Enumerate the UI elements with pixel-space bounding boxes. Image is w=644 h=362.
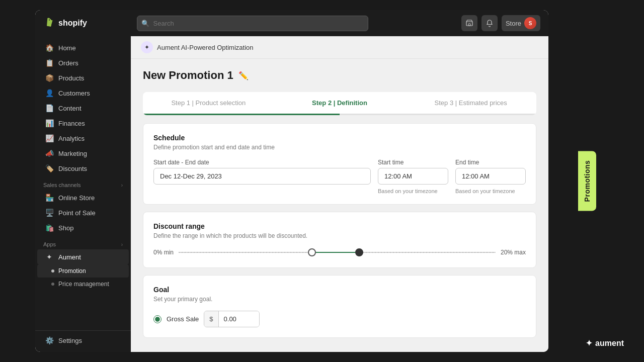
sidebar-item-online-store[interactable]: 🏪 Online Store bbox=[37, 190, 129, 205]
schedule-form-row: Start date - End date Start time Based o… bbox=[153, 159, 526, 194]
navbar-actions: Store S bbox=[461, 15, 540, 31]
app-header-icon: ✦ bbox=[141, 41, 153, 53]
promotions-tab[interactable]: Promotions bbox=[578, 151, 596, 211]
app-header-bar: ✦ Aument AI-Powered Optimization bbox=[131, 36, 548, 59]
sidebar-item-shop[interactable]: 🛍️ Shop bbox=[37, 220, 129, 235]
sidebar-sub-item-price-management[interactable]: Price management bbox=[37, 278, 129, 291]
steps-progress bbox=[143, 114, 536, 115]
goal-card-subtitle: Set your primary goal. bbox=[153, 296, 526, 303]
home-icon: 🏠 bbox=[45, 44, 53, 52]
step-3-label: Step 3 | Estimated prices bbox=[435, 99, 507, 107]
date-input[interactable] bbox=[153, 168, 371, 185]
sidebar-item-point-of-sale[interactable]: 🖥️ Point of Sale bbox=[37, 205, 129, 220]
sidebar-label-home: Home bbox=[58, 44, 76, 52]
aument-brand-label: aument bbox=[595, 339, 624, 348]
gross-sale-label: Gross Sale bbox=[167, 315, 199, 323]
slider-thumb-right[interactable] bbox=[355, 248, 363, 256]
start-time-group: Start time Based on your timezone bbox=[378, 159, 448, 194]
apps-title: Apps bbox=[43, 241, 56, 247]
discount-card-subtitle: Define the range in which the products w… bbox=[153, 232, 526, 239]
start-time-input[interactable] bbox=[378, 168, 448, 185]
date-label: Start date - End date bbox=[153, 159, 371, 166]
pos-icon: 🖥️ bbox=[45, 209, 53, 217]
sidebar-label-shop: Shop bbox=[58, 224, 73, 232]
range-min-label: 0% min bbox=[153, 249, 174, 256]
sidebar-sub-item-promotion[interactable]: Promotion bbox=[37, 264, 129, 278]
app-header-title: Aument AI-Powered Optimization bbox=[157, 44, 253, 51]
search-icon: 🔍 bbox=[141, 20, 149, 27]
sidebar-item-customers[interactable]: 👤 Customers bbox=[37, 85, 129, 101]
sidebar-item-content[interactable]: 📄 Content bbox=[37, 101, 129, 116]
aument-icon: ✦ bbox=[45, 253, 53, 261]
store-icon-btn[interactable] bbox=[461, 15, 477, 31]
sidebar-item-aument[interactable]: ✦ Aument bbox=[37, 249, 129, 264]
aument-star-icon: ✦ bbox=[586, 338, 592, 348]
sidebar-label-customers: Customers bbox=[58, 89, 90, 97]
sidebar-item-settings[interactable]: ⚙️ Settings bbox=[37, 333, 129, 348]
svg-rect-0 bbox=[47, 21, 51, 26]
slider-track bbox=[179, 252, 496, 253]
store-button[interactable]: Store S bbox=[502, 15, 540, 31]
sub-dot-price bbox=[51, 283, 54, 286]
sidebar: 🏠 Home 📋 Orders 📦 Products 👤 Customers 📄 bbox=[35, 36, 131, 352]
goal-input-prefix: $ bbox=[204, 311, 218, 327]
app-container: shopify 🔍 bbox=[35, 10, 548, 352]
search-input[interactable] bbox=[137, 16, 368, 31]
finances-icon: 📊 bbox=[45, 119, 53, 127]
sidebar-item-orders[interactable]: 📋 Orders bbox=[37, 55, 129, 70]
aument-brand: ✦ aument bbox=[586, 338, 624, 348]
discounts-icon: 🏷️ bbox=[45, 164, 53, 172]
products-icon: 📦 bbox=[45, 74, 53, 82]
sidebar-item-products[interactable]: 📦 Products bbox=[37, 70, 129, 85]
sidebar-sub-label-price: Price management bbox=[58, 281, 109, 288]
edit-title-icon[interactable]: ✏️ bbox=[238, 71, 249, 80]
sidebar-item-analytics[interactable]: 📈 Analytics bbox=[37, 131, 129, 146]
sidebar-item-home[interactable]: 🏠 Home bbox=[37, 40, 129, 55]
sidebar-label-discounts: Discounts bbox=[58, 165, 87, 172]
schedule-card-subtitle: Define promotion start and end date and … bbox=[153, 144, 526, 151]
main-layout: 🏠 Home 📋 Orders 📦 Products 👤 Customers 📄 bbox=[35, 36, 548, 352]
sub-dot-promotion bbox=[51, 269, 54, 273]
goal-radio-row: Gross Sale $ bbox=[153, 311, 526, 327]
sidebar-label-online-store: Online Store bbox=[58, 194, 95, 202]
schedule-card: Schedule Define promotion start and end … bbox=[143, 123, 536, 205]
discount-slider[interactable] bbox=[179, 247, 496, 257]
sidebar-item-finances[interactable]: 📊 Finances bbox=[37, 116, 129, 131]
analytics-icon: 📈 bbox=[45, 134, 53, 142]
end-time-label: End time bbox=[455, 159, 526, 166]
orders-icon: 📋 bbox=[45, 59, 53, 67]
step-1[interactable]: Step 1 | Product selection bbox=[143, 92, 274, 114]
promotions-tab-label: Promotions bbox=[583, 160, 591, 202]
step-3[interactable]: Step 3 | Estimated prices bbox=[405, 92, 536, 114]
end-time-input[interactable] bbox=[455, 168, 526, 185]
page-title: New Promotion 1 bbox=[143, 69, 233, 82]
sidebar-label-settings: Settings bbox=[58, 337, 82, 344]
end-time-hint: Based on your timezone bbox=[455, 188, 526, 194]
start-time-label: Start time bbox=[378, 159, 448, 166]
page-content: New Promotion 1 ✏️ Step 1 | Product sele… bbox=[131, 59, 548, 352]
store-label: Store bbox=[506, 20, 521, 27]
slider-fill bbox=[312, 252, 360, 253]
sidebar-label-orders: Orders bbox=[58, 59, 78, 67]
sidebar-item-discounts[interactable]: 🏷️ Discounts bbox=[37, 161, 129, 176]
page-title-row: New Promotion 1 ✏️ bbox=[143, 69, 536, 82]
end-time-group: End time Based on your timezone bbox=[455, 159, 526, 194]
logo[interactable]: shopify bbox=[43, 17, 87, 29]
gross-sale-radio[interactable] bbox=[153, 315, 162, 323]
slider-thumb-left[interactable] bbox=[308, 248, 316, 256]
sidebar-label-marketing: Marketing bbox=[58, 150, 87, 157]
notifications-btn[interactable] bbox=[481, 15, 498, 31]
sidebar-item-marketing[interactable]: 📣 Marketing bbox=[37, 146, 129, 161]
step-1-label: Step 1 | Product selection bbox=[171, 99, 246, 107]
goal-value-input[interactable] bbox=[219, 311, 259, 327]
shopify-logo-icon bbox=[43, 17, 55, 29]
marketing-icon: 📣 bbox=[45, 149, 53, 157]
schedule-card-title: Schedule bbox=[153, 134, 526, 142]
step-2[interactable]: Step 2 | Definition bbox=[274, 92, 406, 114]
chevron-icon: › bbox=[121, 183, 123, 188]
navbar: shopify 🔍 bbox=[35, 10, 548, 36]
sidebar-label-aument: Aument bbox=[58, 253, 81, 261]
steps-container: Step 1 | Product selection Step 2 | Defi… bbox=[143, 92, 536, 115]
discount-card-title: Discount range bbox=[153, 222, 526, 230]
goal-card: Goal Set your primary goal. Gross Sale $ bbox=[143, 275, 536, 338]
